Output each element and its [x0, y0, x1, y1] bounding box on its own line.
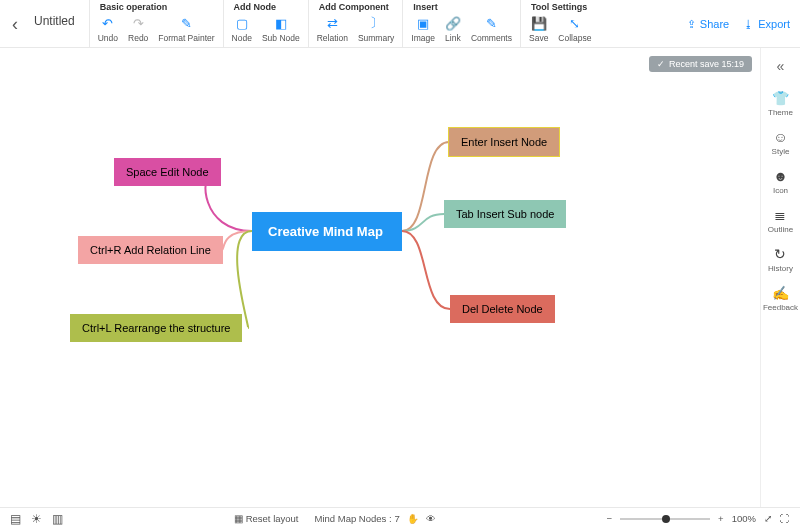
- mindmap-canvas[interactable]: ✓ Recent save 15:19 Creative Mind MapSpa…: [0, 48, 760, 507]
- export-label: Export: [758, 18, 790, 30]
- mindmap-node[interactable]: Enter Insert Node: [449, 128, 559, 156]
- image-button-label: Image: [411, 33, 435, 43]
- save-button-icon: 💾: [531, 15, 547, 31]
- relation-button-label: Relation: [317, 33, 348, 43]
- history-panel[interactable]: ↻History: [763, 240, 798, 279]
- undo-button-label: Undo: [98, 33, 118, 43]
- fullscreen-icon[interactable]: ⛶: [780, 513, 790, 524]
- collapse-button-label: Collapse: [558, 33, 591, 43]
- eye-icon[interactable]: 👁: [426, 513, 436, 524]
- style-panel-label: Style: [772, 147, 790, 156]
- document-title[interactable]: Untitled: [24, 0, 89, 28]
- history-panel-label: History: [768, 264, 793, 273]
- format-painter-button[interactable]: ✎Format Painter: [158, 15, 214, 43]
- recent-save-badge: ✓ Recent save 15:19: [649, 56, 752, 72]
- relation-button-icon: ⇄: [324, 15, 340, 31]
- undo-button[interactable]: ↶Undo: [98, 15, 118, 43]
- hand-icon[interactable]: ✋: [407, 513, 419, 524]
- theme-panel-icon: 👕: [772, 90, 789, 106]
- redo-button-icon: ↷: [130, 15, 146, 31]
- feedback-panel-icon: ✍: [772, 285, 789, 301]
- node-count: Mind Map Nodes : 7 ✋ 👁: [314, 513, 435, 524]
- theme-panel[interactable]: 👕Theme: [763, 84, 798, 123]
- mindmap-link: [402, 142, 449, 231]
- summary-button-icon: 〕: [368, 15, 384, 31]
- sub-node-button-icon: ◧: [273, 15, 289, 31]
- checkmark-icon: ✓: [657, 59, 665, 69]
- reset-icon: ▦: [234, 513, 243, 524]
- redo-button: ↷Redo: [128, 15, 148, 43]
- mindmap-node[interactable]: Tab Insert Sub node: [444, 200, 566, 228]
- status-bar: ▤ ☀ ▥ ▦ Reset layout Mind Map Nodes : 7 …: [0, 507, 800, 529]
- collapse-button[interactable]: ⤡Collapse: [558, 15, 591, 43]
- zoom-out-button[interactable]: −: [607, 513, 613, 524]
- summary-button[interactable]: 〕Summary: [358, 15, 394, 43]
- zoom-slider-handle[interactable]: [662, 515, 670, 523]
- back-button[interactable]: ‹: [6, 0, 24, 48]
- mindmap-link: [222, 231, 252, 250]
- share-icon: ⇪: [687, 18, 696, 31]
- collapse-button-icon: ⤡: [567, 15, 583, 31]
- share-label: Share: [700, 18, 729, 30]
- toolbar-group-title: Basic operation: [98, 2, 215, 12]
- toolbar-group-title: Insert: [411, 2, 512, 12]
- outline-panel-label: Outline: [768, 225, 793, 234]
- node-button[interactable]: ▢Node: [232, 15, 252, 43]
- comments-button-icon: ✎: [483, 15, 499, 31]
- icon-panel-label: Icon: [773, 186, 788, 195]
- save-button: 💾Save: [529, 15, 548, 43]
- right-sidebar: « 👕Theme☺Style☻Icon≣Outline↻History✍Feed…: [760, 48, 800, 507]
- mindmap-node[interactable]: Space Edit Node: [114, 158, 221, 186]
- image-button[interactable]: ▣Image: [411, 15, 435, 43]
- outline-panel-icon: ≣: [774, 207, 786, 223]
- summary-button-label: Summary: [358, 33, 394, 43]
- toolbar-group-title: Add Component: [317, 2, 395, 12]
- node-count-value: 7: [395, 513, 400, 524]
- node-button-icon: ▢: [234, 15, 250, 31]
- layout-icon[interactable]: ▥: [52, 512, 63, 526]
- link-button-label: Link: [445, 33, 461, 43]
- comments-button[interactable]: ✎Comments: [471, 15, 512, 43]
- feedback-panel-label: Feedback: [763, 303, 798, 312]
- sub-node-button[interactable]: ◧Sub Node: [262, 15, 300, 43]
- style-panel[interactable]: ☺Style: [763, 123, 798, 162]
- reset-layout-button[interactable]: ▦ Reset layout: [234, 513, 299, 524]
- collapse-sidebar-button[interactable]: «: [777, 54, 785, 84]
- image-button-icon: ▣: [415, 15, 431, 31]
- mindmap-node[interactable]: Ctrl+R Add Relation Line: [78, 236, 223, 264]
- style-panel-icon: ☺: [773, 129, 787, 145]
- link-button[interactable]: 🔗Link: [445, 15, 461, 43]
- theme-panel-label: Theme: [768, 108, 793, 117]
- sub-node-button-label: Sub Node: [262, 33, 300, 43]
- save-button-label: Save: [529, 33, 548, 43]
- zoom-in-button[interactable]: +: [718, 513, 724, 524]
- top-toolbar: ‹ Untitled Basic operation↶Undo↷Redo✎For…: [0, 0, 800, 48]
- mindmap-node[interactable]: Del Delete Node: [450, 295, 555, 323]
- theme-switch-icon[interactable]: ☀: [31, 512, 42, 526]
- node-count-label: Mind Map Nodes :: [314, 513, 391, 524]
- link-button-icon: 🔗: [445, 15, 461, 31]
- export-icon: ⭳: [743, 18, 754, 30]
- mindmap-link: [402, 231, 450, 309]
- feedback-panel[interactable]: ✍Feedback: [763, 279, 798, 318]
- toolbar-group-title: Add Node: [232, 2, 300, 12]
- share-button[interactable]: ⇪ Share: [687, 18, 729, 31]
- icon-panel-icon: ☻: [773, 168, 788, 184]
- toolbar-group-title: Tool Settings: [529, 2, 591, 12]
- icon-panel[interactable]: ☻Icon: [763, 162, 798, 201]
- history-panel-icon: ↻: [774, 246, 786, 262]
- outline-panel[interactable]: ≣Outline: [763, 201, 798, 240]
- center-node[interactable]: Creative Mind Map: [252, 212, 402, 251]
- export-button[interactable]: ⭳ Export: [743, 18, 790, 30]
- fit-screen-icon[interactable]: ⤢: [764, 513, 772, 524]
- redo-button-label: Redo: [128, 33, 148, 43]
- node-button-label: Node: [232, 33, 252, 43]
- mindmap-link: [402, 214, 444, 231]
- format-painter-button-label: Format Painter: [158, 33, 214, 43]
- comments-button-label: Comments: [471, 33, 512, 43]
- zoom-slider[interactable]: [620, 518, 710, 520]
- relation-button[interactable]: ⇄Relation: [317, 15, 348, 43]
- grid-icon[interactable]: ▤: [10, 512, 21, 526]
- mindmap-node[interactable]: Ctrl+L Rearrange the structure: [70, 314, 242, 342]
- recent-save-text: Recent save 15:19: [669, 59, 744, 69]
